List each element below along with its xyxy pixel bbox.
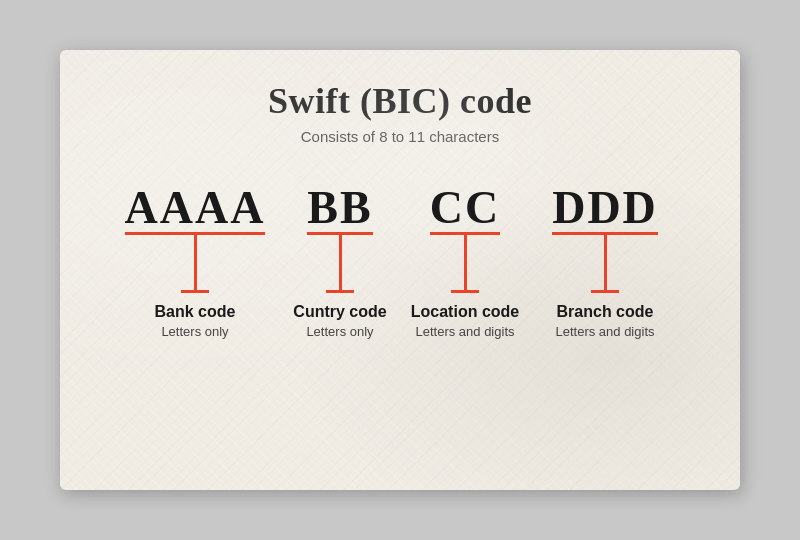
main-card: Swift (BIC) code Consists of 8 to 11 cha… — [60, 50, 740, 490]
code-aaaa: AAAA — [125, 185, 266, 235]
label-sub-ddd: Letters and digits — [555, 324, 654, 339]
label-main-cc: Location code — [411, 303, 519, 321]
label-main-aaaa: Bank code — [155, 303, 236, 321]
label-sub-bb: Letters only — [306, 324, 373, 339]
label-branch-code: Branch code Letters and digits — [555, 303, 654, 339]
segments-container: AAAA Bank code Letters only BB Cuntry co… — [100, 185, 700, 339]
htick-bb — [326, 290, 354, 293]
label-sub-aaaa: Letters only — [161, 324, 228, 339]
label-bank-code: Bank code Letters only — [155, 303, 236, 339]
page-subtitle: Consists of 8 to 11 characters — [301, 128, 499, 145]
htick-ddd — [591, 290, 619, 293]
vline-bb — [339, 235, 342, 290]
label-main-bb: Cuntry code — [293, 303, 386, 321]
htick-aaaa — [181, 290, 209, 293]
vline-ddd — [604, 235, 607, 290]
code-ddd: DDD — [552, 185, 658, 235]
code-cc: CC — [430, 185, 500, 235]
segment-branch-code: DDD Branch code Letters and digits — [525, 185, 685, 339]
label-main-ddd: Branch code — [557, 303, 654, 321]
code-bb: BB — [307, 185, 372, 235]
vline-aaaa — [194, 235, 197, 290]
segment-country-code: BB Cuntry code Letters only — [275, 185, 405, 339]
segment-bank-code: AAAA Bank code Letters only — [115, 185, 275, 339]
label-location-code: Location code Letters and digits — [411, 303, 519, 339]
htick-cc — [451, 290, 479, 293]
vline-cc — [464, 235, 467, 290]
label-country-code: Cuntry code Letters only — [293, 303, 386, 339]
segment-location-code: CC Location code Letters and digits — [405, 185, 525, 339]
label-sub-cc: Letters and digits — [415, 324, 514, 339]
page-title: Swift (BIC) code — [268, 80, 532, 122]
